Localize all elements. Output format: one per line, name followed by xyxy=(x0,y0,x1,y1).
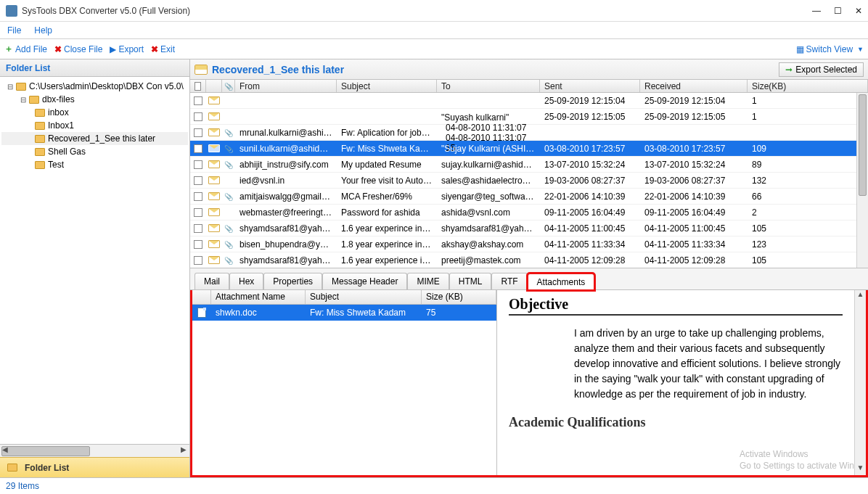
tab-message-header[interactable]: Message Header xyxy=(322,273,407,289)
tab-html[interactable]: HTML xyxy=(449,273,492,289)
tree-item-test[interactable]: Test xyxy=(1,158,188,171)
table-row[interactable]: sunil.kulkarni@ashidael…Fw: Miss Shweta … xyxy=(190,141,868,157)
tree-root[interactable]: ⊟C:\Users\admin\Desktop\DBX Con v5.0\ xyxy=(1,80,188,93)
tree-item-recovered[interactable]: Recovered_1_See this later xyxy=(1,132,188,145)
preview-heading: Objective xyxy=(509,296,843,316)
mail-icon xyxy=(208,96,220,104)
col-from[interactable]: From xyxy=(235,80,337,92)
folder-list-footer[interactable]: Folder List xyxy=(0,457,189,477)
folder-icon xyxy=(35,135,45,143)
row-checkbox[interactable] xyxy=(194,208,202,217)
col-to[interactable]: To xyxy=(437,80,540,92)
preview-tabs: Mail Hex Properties Message Header MIME … xyxy=(190,268,868,290)
col-att-size[interactable]: Size (KB) xyxy=(422,290,496,304)
close-button[interactable]: ✕ xyxy=(855,6,862,16)
mail-grid[interactable]: 25-09-2019 12:15:0425-09-2019 12:15:0412… xyxy=(190,93,868,268)
menubar: File Help xyxy=(0,22,868,39)
table-row[interactable]: amitjaiswalgg@gmail.comMCA Fresher/69%si… xyxy=(190,189,868,205)
table-row[interactable]: bisen_bhupendra@yah…1.8 year experince i… xyxy=(190,236,868,252)
mail-icon xyxy=(208,224,220,232)
row-checkbox[interactable] xyxy=(194,144,202,153)
row-checkbox[interactable] xyxy=(194,240,202,249)
table-row[interactable]: webmaster@freerington…Password for ashid… xyxy=(190,205,868,221)
mail-icon xyxy=(208,128,220,136)
preview-body: I am driven by an urge to take up challe… xyxy=(574,326,843,402)
mail-icon xyxy=(208,176,220,184)
attachment-list: Attachment Name Subject Size (KB) shwkn.… xyxy=(192,290,497,475)
minimize-button[interactable]: — xyxy=(812,6,821,16)
folder-icon xyxy=(35,122,45,130)
tree-item-inbox1[interactable]: Inbox1 xyxy=(1,119,188,132)
paperclip-icon xyxy=(224,192,233,202)
menu-help[interactable]: Help xyxy=(34,25,52,36)
vscrollbar[interactable] xyxy=(856,93,868,268)
attachment-row[interactable]: shwkn.doc Fw: Miss Shweta Kadam 75 xyxy=(192,305,496,321)
tree-item-inbox[interactable]: inbox xyxy=(1,106,188,119)
row-checkbox[interactable] xyxy=(194,176,202,185)
menu-file[interactable]: File xyxy=(7,25,21,36)
tree-node-dbxfiles[interactable]: ⊟dbx-files xyxy=(1,93,188,106)
row-checkbox[interactable] xyxy=(194,128,202,137)
table-row[interactable]: abhijit_instru@sify.comMy updated Resume… xyxy=(190,157,868,173)
tab-rtf[interactable]: RTF xyxy=(491,273,527,289)
folder-tree[interactable]: ⊟C:\Users\admin\Desktop\DBX Con v5.0\ ⊟d… xyxy=(0,77,189,444)
col-subject[interactable]: Subject xyxy=(337,80,437,92)
col-checkbox[interactable] xyxy=(190,80,206,92)
folder-list-panel: Folder List ⊟C:\Users\admin\Desktop\DBX … xyxy=(0,59,190,477)
table-row[interactable]: shyamdsaraf81@yahoo…1.6 year experince i… xyxy=(190,221,868,236)
row-checkbox[interactable] xyxy=(194,224,202,233)
toolbar: ＋Add File ✖Close File ▶Export ✖Exit ▦Swi… xyxy=(0,39,868,59)
grid-icon: ▦ xyxy=(796,44,804,54)
add-file-button[interactable]: ＋Add File xyxy=(4,43,47,55)
table-row[interactable]: shyamdsaraf81@yahoo…1.6 year experience … xyxy=(190,252,868,268)
paperclip-icon xyxy=(224,160,233,170)
mail-icon xyxy=(208,112,220,120)
document-icon xyxy=(197,308,206,318)
folder-icon xyxy=(35,161,45,169)
folder-icon xyxy=(16,83,26,91)
col-received[interactable]: Received xyxy=(640,80,748,92)
tab-mail[interactable]: Mail xyxy=(195,273,229,289)
row-checkbox[interactable] xyxy=(194,96,202,105)
folder-icon xyxy=(7,464,17,472)
mail-icon xyxy=(208,192,220,200)
table-row[interactable]: mrunal.kulkarni@ashida…Fw: Aplication fo… xyxy=(190,125,868,141)
content-header: Recovered_1_See this later ➞Export Selec… xyxy=(190,59,868,80)
play-icon: ▶ xyxy=(110,44,116,54)
folder-icon xyxy=(29,96,39,104)
row-checkbox[interactable] xyxy=(194,160,202,169)
paperclip-icon xyxy=(224,255,233,265)
export-button[interactable]: ▶Export xyxy=(110,44,144,54)
close-file-button[interactable]: ✖Close File xyxy=(54,44,102,54)
export-selected-button[interactable]: ➞Export Selected xyxy=(779,62,864,77)
table-row[interactable]: ied@vsnl.inYour free visit to Automa…sal… xyxy=(190,173,868,189)
app-icon xyxy=(6,5,17,17)
row-checkbox[interactable] xyxy=(194,192,202,201)
col-attachment[interactable] xyxy=(222,80,235,92)
hscrollbar[interactable]: ◀▶ xyxy=(0,444,189,457)
tab-properties[interactable]: Properties xyxy=(263,273,322,289)
tab-hex[interactable]: Hex xyxy=(229,273,263,289)
paperclip-icon xyxy=(224,144,233,154)
exit-button[interactable]: ✖Exit xyxy=(151,44,175,54)
tab-mime[interactable]: MIME xyxy=(407,273,449,289)
table-row[interactable]: 25-09-2019 12:15:0425-09-2019 12:15:041 xyxy=(190,93,868,109)
row-checkbox[interactable] xyxy=(194,112,202,121)
paperclip-icon xyxy=(224,128,233,138)
col-sent[interactable]: Sent xyxy=(540,80,640,92)
row-checkbox[interactable] xyxy=(194,256,202,265)
col-icon[interactable] xyxy=(206,80,222,92)
chevron-down-icon: ▼ xyxy=(857,46,864,53)
tab-attachments[interactable]: Attachments xyxy=(528,273,595,290)
col-size[interactable]: Size(KB) xyxy=(748,80,868,92)
grid-header: From Subject To Sent Received Size(KB) xyxy=(190,80,868,93)
tree-item-shellgas[interactable]: Shell Gas xyxy=(1,145,188,158)
col-att-name[interactable]: Attachment Name xyxy=(211,290,306,304)
paperclip-icon xyxy=(224,239,233,250)
status-bar: 29 Items xyxy=(0,477,868,493)
col-att-subject[interactable]: Subject xyxy=(306,290,422,304)
switch-view-button[interactable]: ▦Switch View▼ xyxy=(796,44,864,54)
attachment-header: Attachment Name Subject Size (KB) xyxy=(192,290,496,305)
preview-scrollbar[interactable]: ▲▼ xyxy=(854,290,866,475)
maximize-button[interactable]: ☐ xyxy=(834,6,842,16)
